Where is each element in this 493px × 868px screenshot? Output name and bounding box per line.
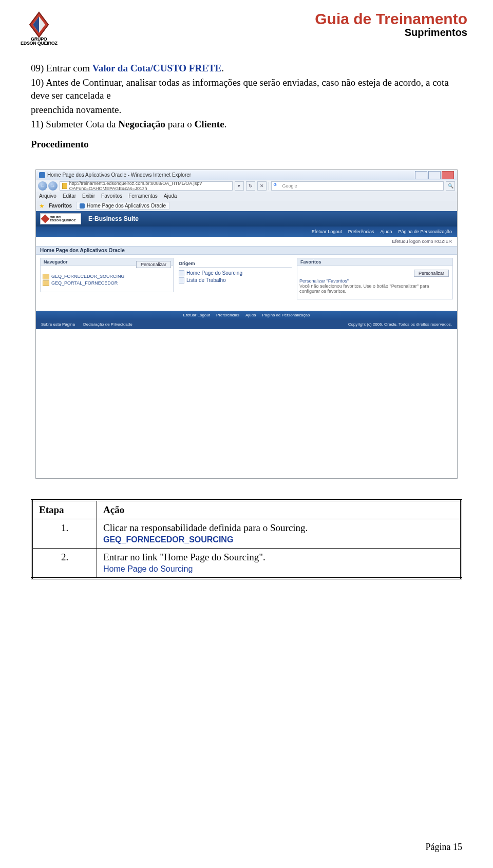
menu-arquivo[interactable]: Arquivo	[39, 193, 56, 199]
copyright-text: Copyright (c) 2006, Oracle. Todos os dir…	[348, 322, 452, 327]
tree-item-portal[interactable]: GEQ_PORTAL_FORNECEDOR	[43, 280, 171, 287]
table-row: 2. Entrar no link "Home Page do Sourcing…	[32, 548, 461, 578]
tree-label: GEQ_PORTAL_FORNECEDOR	[51, 280, 118, 286]
login-as-text: Efetuou logon como ROZIER	[392, 239, 452, 244]
app-linkbar: Efetuar Logout Preferências Ajuda Página…	[36, 227, 457, 237]
line11-suffix: .	[224, 119, 227, 129]
flink-logout[interactable]: Efetuar Logout	[183, 313, 210, 317]
content-columns: Navegador Personalizar GEQ_FORNECEDOR_SO…	[36, 255, 457, 308]
document-icon	[179, 277, 184, 284]
address-url: http://treinamento.edsonqueiroz.com.br:8…	[69, 181, 230, 191]
page-footer: Página 15	[426, 842, 463, 853]
about-link[interactable]: Sobre esta Página	[41, 322, 75, 327]
section-title: Home Page dos Aplicativos Oracle	[36, 246, 457, 255]
logo-text-top: GRUPOEDSON QUEIROZ	[21, 37, 58, 45]
ie-address-bar: ← → http://treinamento.edsonqueiroz.com.…	[36, 180, 457, 192]
ie-favorites-bar: ★ Favoritos Home Page dos Aplicativos Or…	[36, 201, 457, 211]
step-cell-2: Entrar no link "Home Page do Sourcing". …	[97, 548, 462, 578]
line09-suffix: .	[221, 63, 224, 73]
stop-button[interactable]: ✕	[257, 181, 267, 191]
flink-ajuda[interactable]: Ajuda	[245, 313, 256, 317]
step-cell-1: Clicar na responsabilidade definida para…	[97, 519, 462, 548]
col-navegador: Navegador Personalizar GEQ_FORNECEDOR_SO…	[40, 258, 174, 299]
personalizar-nav-button[interactable]: Personalizar	[136, 261, 171, 268]
ie-favicon-icon	[39, 172, 45, 178]
step-num-2: 2.	[32, 548, 97, 578]
ie-menubar: Arquivo Editar Exibir Favoritos Ferramen…	[36, 192, 457, 201]
table-row: 1. Clicar na responsabilidade definida p…	[32, 519, 461, 548]
app-logo-text: GRUPOEDSON QUEIROZ	[50, 216, 75, 222]
app-footer-links: Efetuar Logout Preferências Ajuda Página…	[36, 311, 457, 320]
document-header: Guia de Treinamento Suprimentos	[315, 10, 467, 39]
line11-bold2: Cliente	[195, 119, 224, 129]
search-field[interactable]: G Google	[271, 181, 444, 191]
window-close-button[interactable]	[442, 171, 454, 179]
refresh-button[interactable]: ↻	[246, 181, 255, 191]
address-field[interactable]: http://treinamento.edsonqueiroz.com.br:8…	[60, 181, 233, 191]
line11-bold1: Negociação	[118, 119, 165, 129]
menu-favoritos[interactable]: Favoritos	[101, 193, 122, 199]
ebs-title: E-Business Suite	[88, 215, 139, 222]
origem-item-label: Lista de Trabalho	[186, 277, 226, 283]
doc-title: Guia de Treinamento	[315, 10, 467, 28]
origem-item-lista[interactable]: Lista de Trabalho	[179, 277, 292, 284]
step-num-1: 1.	[32, 519, 97, 548]
link-preferencias[interactable]: Preferências	[348, 229, 374, 234]
menu-exibir[interactable]: Exibir	[82, 193, 95, 199]
favorites-label: Favoritos	[49, 203, 72, 209]
privacy-link[interactable]: Declaração de Privacidade	[83, 322, 132, 327]
google-icon: G	[274, 182, 281, 190]
line11-prefix: 11) Submeter Cota da	[31, 119, 118, 129]
star-icon[interactable]: ★	[39, 202, 45, 210]
flink-personalizacao[interactable]: Página de Personalização	[262, 313, 310, 317]
menu-editar[interactable]: Editar	[63, 193, 76, 199]
flink-preferencias[interactable]: Preferências	[216, 313, 239, 317]
browser-tab-label: Home Page dos Aplicativos Oracle	[87, 203, 166, 209]
step2-link[interactable]: Home Page do Sourcing	[103, 564, 193, 573]
login-row: Efetuou logon como ROZIER	[36, 237, 457, 246]
company-logo: GRUPOEDSON QUEIROZ	[21, 10, 58, 45]
nav-back-button[interactable]: ←	[38, 181, 47, 191]
window-maximize-button[interactable]	[428, 171, 441, 179]
nav-forward-button[interactable]: →	[48, 181, 58, 191]
menu-ajuda[interactable]: Ajuda	[164, 193, 177, 199]
app-logo-icon	[41, 214, 50, 223]
search-placeholder: Google	[282, 183, 297, 188]
navegador-body: Personalizar GEQ_FORNECEDOR_SOURCING GEQ…	[40, 266, 174, 292]
window-minimize-button[interactable]	[415, 171, 427, 179]
origem-label: Origem	[179, 261, 292, 266]
logo-diamond-icon	[25, 10, 53, 39]
favoritos-body: Personalizar Personalizar "Favoritos" Vo…	[297, 266, 453, 299]
step1-link[interactable]: GEQ_FORNECEDOR_SOURCING	[103, 535, 233, 544]
folder-icon	[43, 274, 49, 279]
line09-prefix: 09) Entrar com	[31, 63, 92, 73]
tree-label: GEQ_FORNECEDOR_SOURCING	[51, 274, 125, 279]
steps-table-wrap: Etapa Ação 1. Clicar na responsabilidade…	[31, 499, 462, 579]
line10: 10) Antes de Continuar, analisar todas a…	[31, 76, 462, 102]
procedimento-heading: Procedimento	[31, 138, 462, 151]
fav-hint-link[interactable]: Personalizar "Favoritos"	[299, 278, 450, 284]
th-etapa: Etapa	[32, 500, 97, 519]
app-logo: GRUPOEDSON QUEIROZ	[40, 213, 81, 224]
favoritos-head: Favoritos	[297, 258, 453, 266]
ie-title-text: Home Page dos Aplicativos Oracle - Windo…	[47, 172, 414, 178]
folder-icon	[43, 280, 49, 286]
personalizar-fav-button[interactable]: Personalizar	[414, 270, 449, 277]
origem-item-home[interactable]: Home Page do Sourcing	[179, 270, 292, 277]
fav-hint-text: Você não selecionou favoritos. Use o bot…	[299, 284, 450, 294]
tree-item-sourcing[interactable]: GEQ_FORNECEDOR_SOURCING	[43, 273, 171, 280]
link-ajuda[interactable]: Ajuda	[380, 229, 392, 234]
search-go-button[interactable]: 🔍	[446, 181, 455, 191]
addr-dropdown-button[interactable]: ▾	[235, 181, 244, 191]
link-personalizacao[interactable]: Página de Personalização	[398, 229, 452, 234]
line10b: preenchida novamente.	[31, 103, 462, 117]
menu-ferramentas[interactable]: Ferramentas	[128, 193, 158, 199]
browser-tab[interactable]: Home Page dos Aplicativos Oracle	[76, 202, 169, 210]
line11-mid: para o	[165, 119, 194, 129]
link-logout[interactable]: Efetuar Logout	[312, 229, 342, 234]
col-favoritos: Favoritos Personalizar Personalizar "Fav…	[297, 258, 453, 299]
step2-text: Entrar no link "Home Page do Sourcing".	[103, 552, 266, 562]
step1-text: Clicar na responsabilidade definida para…	[103, 522, 308, 533]
app-footer-row: Sobre esta Página Declaração de Privacid…	[36, 320, 457, 329]
doc-subtitle: Suprimentos	[315, 27, 467, 39]
